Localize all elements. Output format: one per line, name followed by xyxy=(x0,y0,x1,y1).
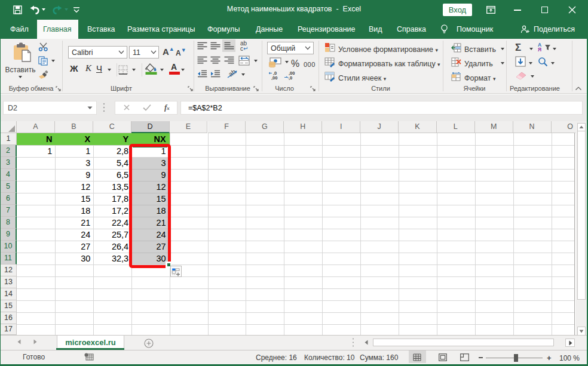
svg-text:,0: ,0 xyxy=(289,75,292,80)
svg-text:,00: ,00 xyxy=(271,75,277,80)
